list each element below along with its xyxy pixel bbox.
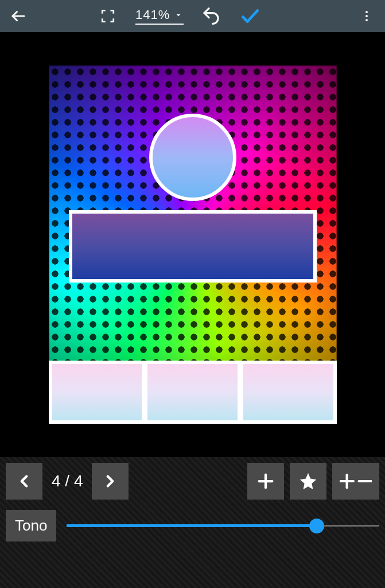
checkmark-icon: [239, 5, 261, 27]
svg-point-1: [365, 11, 368, 13]
fullscreen-button[interactable]: [96, 5, 119, 28]
favorite-button[interactable]: [290, 463, 326, 500]
back-arrow-icon: [10, 7, 27, 25]
chevron-left-icon: [14, 471, 34, 491]
plus-minus-icon: [340, 471, 372, 491]
undo-icon: [202, 7, 220, 25]
adjust-label-button[interactable]: Tono: [6, 510, 56, 541]
pager-row: 4 / 4: [6, 463, 379, 500]
collage-slot-small-2[interactable]: [147, 364, 238, 420]
prev-page-button[interactable]: [6, 463, 42, 500]
next-page-button[interactable]: [92, 463, 129, 500]
more-vertical-icon: [360, 9, 374, 23]
tone-slider[interactable]: [67, 514, 379, 537]
collage-preview[interactable]: [49, 65, 337, 424]
svg-point-2: [365, 15, 368, 17]
collage-slot-small-1[interactable]: [52, 364, 142, 420]
undo-button[interactable]: [200, 5, 223, 28]
chevron-down-icon: [173, 10, 184, 20]
slider-thumb[interactable]: [309, 519, 324, 533]
overflow-menu-button[interactable]: [355, 5, 378, 28]
collage-slot-small-3[interactable]: [243, 364, 333, 420]
collage-slot-row: [49, 361, 337, 424]
slider-fill: [67, 524, 317, 527]
bottom-controls: 4 / 4 Tono: [0, 457, 385, 588]
collage-slot-circle[interactable]: [149, 114, 236, 201]
plus-icon: [256, 471, 275, 491]
star-icon: [298, 471, 318, 491]
canvas-area[interactable]: [0, 32, 385, 457]
back-button[interactable]: [7, 5, 30, 28]
svg-point-3: [365, 19, 368, 21]
adjust-row: Tono: [6, 510, 379, 541]
zoom-value: 141%: [135, 7, 170, 22]
zoom-dropdown[interactable]: 141%: [135, 7, 184, 25]
top-toolbar: 141%: [0, 0, 385, 32]
chevron-right-icon: [100, 471, 120, 491]
add-button[interactable]: [247, 463, 284, 500]
page-indicator: 4 / 4: [48, 472, 86, 490]
plus-minus-button[interactable]: [332, 463, 379, 500]
fullscreen-icon: [100, 9, 115, 24]
collage-slot-rectangle[interactable]: [69, 210, 317, 283]
confirm-button[interactable]: [239, 5, 262, 28]
